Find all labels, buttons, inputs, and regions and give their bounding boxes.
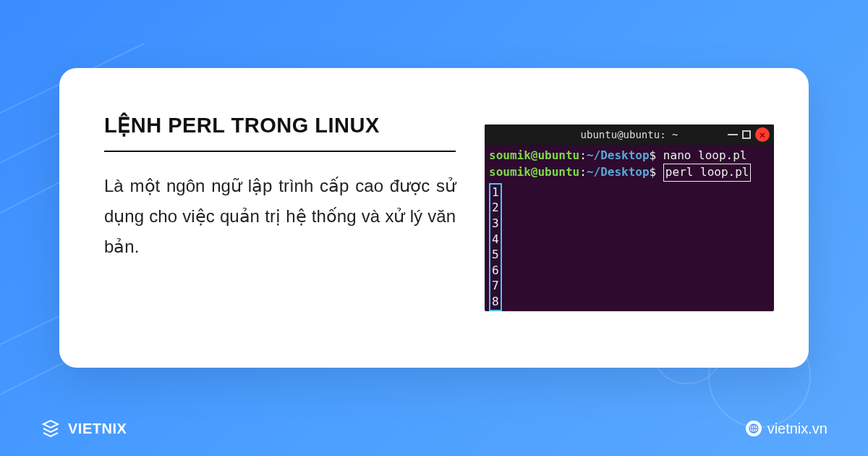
prompt-path: ~/Desktop (587, 148, 650, 162)
prompt-user: soumik@ubuntu (489, 165, 579, 179)
footer: VIETNIX vietnix.vn (0, 418, 868, 439)
output-line: 2 (490, 200, 501, 216)
brand: VIETNIX (41, 418, 127, 439)
page-title: LỆNH PERL TRONG LINUX (104, 113, 456, 138)
maximize-icon[interactable] (742, 130, 751, 139)
command-text: perl loop.pl (663, 164, 752, 181)
output-line: 5 (490, 247, 501, 263)
terminal-line: soumik@ubuntu:~/Desktop$ perl loop.pl (489, 164, 770, 181)
close-icon[interactable]: ✕ (755, 127, 770, 142)
terminal-titlebar: ubuntu@ubuntu: ~ ✕ (485, 124, 774, 145)
window-controls: ✕ (728, 127, 770, 142)
minimize-icon[interactable] (728, 134, 738, 135)
output-line: 3 (490, 216, 501, 232)
terminal-title: ubuntu@ubuntu: ~ (581, 129, 678, 140)
output-line: 4 (490, 232, 501, 248)
terminal-output: 1 2 3 4 5 6 7 8 (489, 183, 502, 311)
heading-divider (104, 151, 456, 152)
text-column: LỆNH PERL TRONG LINUX Là một ngôn ngữ lậ… (59, 68, 485, 368)
terminal-body: soumik@ubuntu:~/Desktop$ nano loop.pl so… (485, 145, 774, 311)
site-link[interactable]: vietnix.vn (746, 421, 827, 437)
output-line: 8 (490, 294, 501, 310)
terminal-window: ubuntu@ubuntu: ~ ✕ soumik@ubuntu:~/Deskt… (485, 124, 774, 311)
command-text: nano loop.pl (663, 148, 747, 162)
image-column: ubuntu@ubuntu: ~ ✕ soumik@ubuntu:~/Deskt… (485, 68, 809, 368)
terminal-line: soumik@ubuntu:~/Desktop$ nano loop.pl (489, 148, 770, 164)
prompt-path: ~/Desktop (587, 165, 650, 179)
prompt-user: soumik@ubuntu (489, 148, 579, 162)
brand-logo-icon (41, 418, 61, 439)
brand-name: VIETNIX (68, 421, 127, 437)
globe-icon (746, 421, 762, 436)
output-line: 6 (490, 263, 501, 279)
description-text: Là một ngôn ngữ lập trình cấp cao được s… (104, 171, 456, 262)
content-card: LỆNH PERL TRONG LINUX Là một ngôn ngữ lậ… (59, 68, 809, 368)
output-line: 7 (490, 278, 501, 294)
output-line: 1 (490, 185, 501, 200)
site-url: vietnix.vn (767, 421, 827, 437)
